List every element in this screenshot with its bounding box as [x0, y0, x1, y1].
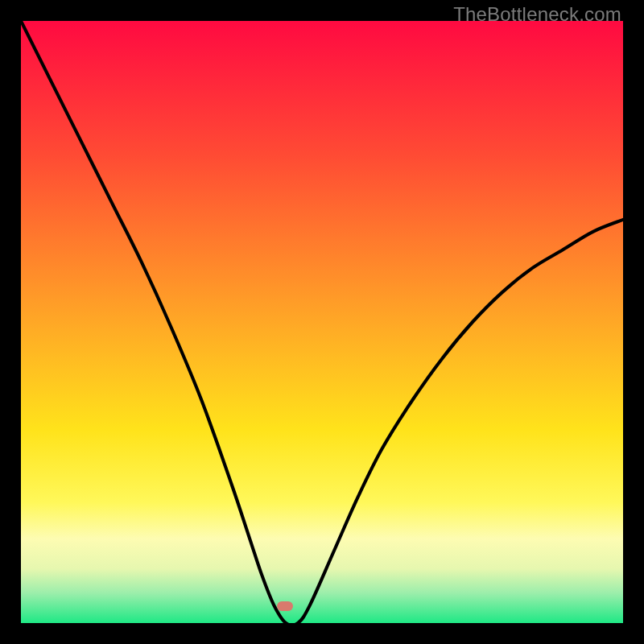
plot-area [21, 21, 623, 623]
optimal-marker [277, 601, 293, 611]
bottleneck-curve [21, 21, 623, 623]
chart-stage: TheBottleneck.com [0, 0, 644, 644]
